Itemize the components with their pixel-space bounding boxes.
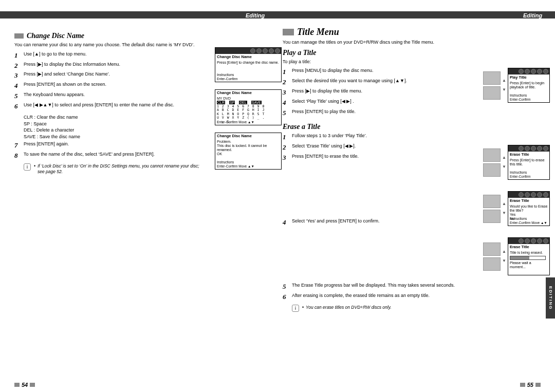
osd-instr: Enter-Confirm [510, 98, 530, 101]
osd-msg: Problem. This disc is locked. It cannot … [217, 140, 280, 156]
osd-title: Erase Title [510, 199, 548, 203]
osd-instr: Enter-Confirm [510, 175, 530, 178]
osd-instr: Instructions [510, 94, 530, 97]
step-text: The Keyboard Menu appears. [24, 92, 205, 98]
step-text: Press [MENU] to display the disc menu. [292, 68, 473, 74]
title-text: Erase a Title [283, 123, 320, 131]
kbd-key: DEL [239, 101, 247, 104]
info-icon: i [24, 163, 31, 171]
osd-title: Erase Title [510, 245, 548, 250]
kbd-key: SAVE [251, 101, 262, 104]
osd-instr: Instructions [510, 171, 530, 174]
left-steps-cont: 7Press [ENTER] again. 8To save the name … [14, 141, 205, 160]
step-text: Press [ENTER] again. [24, 141, 205, 147]
erase-step-56: 5The Erase Title progress bar will be di… [283, 283, 473, 302]
osd-change-name-3: Change Disc Name Problem. This disc is l… [215, 133, 282, 170]
play-title-heading: Play a Title [283, 49, 473, 57]
header-label-left: Editing [246, 12, 265, 18]
left-intro: You can rename your disc to any name you… [14, 42, 205, 48]
sub-item: DEL : Delete a character [24, 127, 205, 134]
osd-title: Change Disc Name [217, 55, 280, 60]
page-55: Title Menu You can manage the titles on … [283, 27, 550, 315]
step-text: The Erase Title progress bar will be dis… [292, 283, 473, 289]
chapter-title: Title Menu [283, 27, 473, 38]
osd-instr: Enter-Confirm Move ▲▼ [217, 120, 254, 124]
erase-step-4: 4Select ‘Yes’ and press [ENTER] to confi… [283, 218, 473, 227]
step-text: Select ‘Erase Title’ using [◀ ▶]. [292, 143, 473, 150]
header-stripe [0, 11, 555, 18]
info-icon: i [292, 305, 299, 312]
kbd-key: SP [229, 101, 235, 104]
note-text: If ‘Lock Disc’ is set to ‘On’ in the DIS… [38, 163, 205, 175]
osd-instr: Enter-Confirm Move ▲▼ [217, 164, 254, 168]
left-note: i • If ‘Lock Disc’ is set to ‘On’ in the… [24, 163, 205, 175]
erase-title-shot-1: ▲▼ Erase Title Press [Enter] to erase th… [483, 145, 550, 180]
sub-item: SP : Space [24, 121, 205, 127]
step-text: Press [▶] to display the Disc Informatio… [24, 62, 205, 68]
play-intro: To play a title: [283, 59, 473, 65]
step-text: Use [▲] to go to the top menu. [24, 51, 205, 58]
play-title-shot: ▲▼ Play Title Press [Enter] to begin pla… [483, 68, 550, 103]
step-text: To save the name of the disc, select ‘SA… [24, 152, 205, 158]
osd-wait: Please wait a moment... [510, 261, 548, 269]
osd-change-name-2: Change Disc Name MY DVD CLR SP DEL SAVE … [215, 89, 282, 125]
arrow-up-icon: ▲ [502, 79, 506, 83]
side-tab-editing: EDITING [546, 277, 555, 319]
osd-msg: Press [Enter] to begin playback of title… [510, 81, 548, 89]
step-text: After erasing is complete, the erased ti… [292, 293, 473, 299]
step-text: Select ‘Yes’ and press [ENTER] to confir… [292, 218, 473, 225]
page-54: Change Disc Name You can rename your dis… [14, 27, 282, 178]
sub-item: SAVE : Save the disc name [24, 134, 205, 140]
nav-arrows: ▲▼ [502, 79, 506, 92]
header-bar: Editing Editing [0, 0, 555, 13]
left-section-title: Change Disc Name [14, 32, 205, 40]
play-steps: 1Press [MENU] to display the disc menu. … [283, 68, 473, 117]
step-text: Press [▶] and select ‘Change Disc Name’. [24, 71, 205, 78]
step-text: Use [◀ ▶▲▼] to select and press [ENTER] … [24, 102, 205, 108]
step-text: Press [ENTER] to play the title. [292, 109, 473, 115]
arrow-down-icon: ▼ [502, 88, 506, 92]
left-steps: 1Use [▲] to go to the top menu. 2Press [… [14, 51, 205, 111]
step-text: Follow steps 1 to 3 under ‘Play Title’. [292, 133, 473, 139]
osd-msg: MY DVD [217, 97, 280, 101]
osd-instr: Enter-Confirm [217, 77, 237, 81]
step-text: Press [▶] to display the title menu. [292, 88, 473, 95]
erase-title-shot-2: ▲▼ Erase Title Would you like to Erase t… [483, 191, 550, 226]
erase-steps-a: 1Follow steps 1 to 3 under ‘Play Title’.… [283, 133, 473, 162]
osd-msg: Press [Enter] to change the disc name. [217, 61, 280, 65]
osd-msg: Press [Enter] to erase this title. [510, 158, 548, 166]
osd-instr: Enter-Confirm Move ▲▼ [510, 221, 547, 225]
left-sublist: CLR : Clear the disc name SP : Space DEL… [24, 114, 205, 140]
step-text: Press [ENTER] to erase the title. [292, 154, 473, 160]
progress-bar [510, 256, 546, 260]
sub-item: CLR : Clear the disc name [24, 114, 205, 121]
osd-title: Play Title [510, 76, 548, 80]
chapter-intro: You can manage the titles on your DVD+R/… [283, 40, 473, 46]
osd-instr: Instructions [217, 160, 254, 164]
erase-note: i • You can erase titles on DVD+RW discs… [292, 305, 473, 312]
left-osd-column: Change Disc Name Press [Enter] to change… [215, 47, 282, 177]
osd-msg: Title is being erased. [510, 251, 548, 255]
osd-change-name-1: Change Disc Name Press [Enter] to change… [215, 47, 282, 82]
osd-title: Change Disc Name [217, 91, 280, 96]
osd-title: Erase Title [510, 153, 548, 157]
page-number-right: 55 [520, 382, 541, 388]
osd-instr: Instructions [217, 73, 237, 77]
step-text: Select the desired title you want to man… [292, 78, 473, 84]
title-text: Title Menu [297, 27, 339, 38]
osd-instr: Instructions [510, 217, 547, 220]
header-label-right: Editing [523, 12, 542, 18]
title-accent [14, 33, 24, 39]
step-text: Select ‘Play Title’ using [◀ ▶] . [292, 99, 473, 105]
osd-title: Change Disc Name [217, 134, 280, 139]
erase-title-heading: Erase a Title [283, 123, 473, 131]
step-text: Press [ENTER] as shown on the screen. [24, 82, 205, 88]
kbd-key: CLR [217, 101, 225, 104]
page-number-left: 54 [14, 382, 35, 388]
right-osd-column: ▲▼ Play Title Press [Enter] to begin pla… [483, 68, 550, 287]
erase-title-shot-3: ▲▼ Erase Title Title is being erased. Pl… [483, 237, 550, 275]
title-text: Change Disc Name [27, 32, 84, 40]
title-accent [283, 29, 294, 35]
title-text: Play a Title [283, 49, 317, 57]
note-text: You can erase titles on DVD+RW discs onl… [306, 305, 392, 310]
